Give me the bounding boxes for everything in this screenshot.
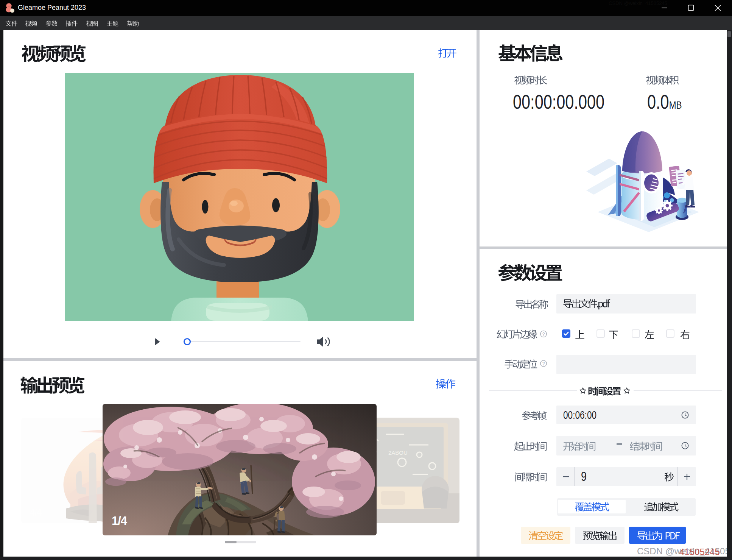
svg-text:?: ? <box>542 361 545 367</box>
svg-text:?: ? <box>542 332 545 337</box>
svg-text:2ABOU: 2ABOU <box>388 449 408 456</box>
